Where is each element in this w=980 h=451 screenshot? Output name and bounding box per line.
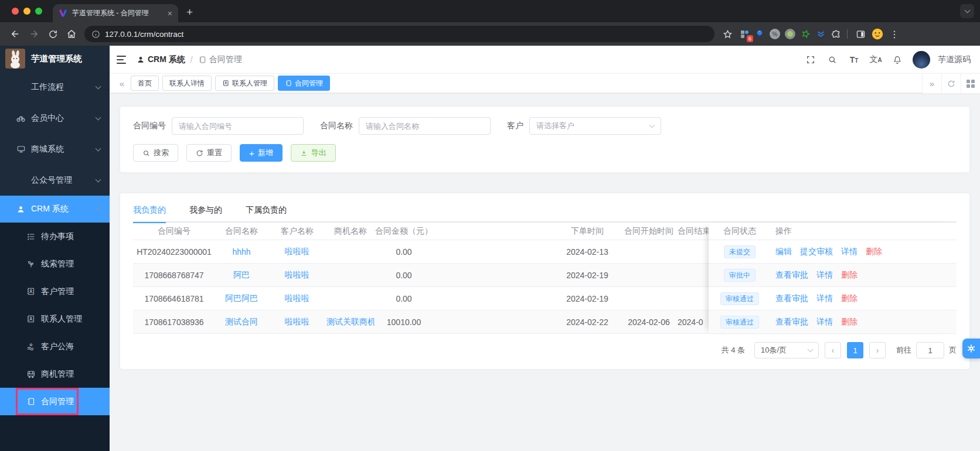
sidebar-item-mall[interactable]: 商城系统 <box>0 134 110 165</box>
sidebar-item-workflow[interactable]: 工作流程 <box>0 71 110 102</box>
customer-name-link[interactable]: 啦啦啦 <box>285 293 309 303</box>
view-approval-link[interactable]: 查看审批 <box>775 293 808 304</box>
customer-name-link[interactable]: 啦啦啦 <box>285 270 309 279</box>
delete-link[interactable]: 删除 <box>841 270 858 281</box>
tag-contact-manage[interactable]: 联系人管理 <box>215 76 274 91</box>
search-icon <box>142 149 150 157</box>
customer-name-link[interactable]: 啦啦啦 <box>285 247 309 256</box>
goto-page-input[interactable] <box>916 342 944 358</box>
settings-gear-button[interactable] <box>962 339 980 358</box>
user-avatar[interactable] <box>913 51 930 69</box>
extension-balloon-icon[interactable] <box>752 26 767 42</box>
fixed-row: 审核通过 查看审批 详情 删除 <box>709 310 957 334</box>
tag-home[interactable]: 首页 <box>131 76 159 91</box>
sidebar-item-member-center[interactable]: 会员中心 <box>0 102 110 134</box>
address-bar[interactable]: 127.0.0.1/crm/contract <box>84 26 714 42</box>
view-approval-link[interactable]: 查看审批 <box>775 317 808 327</box>
contract-no-input[interactable] <box>179 122 297 131</box>
detail-link[interactable]: 详情 <box>816 270 833 281</box>
browser-tab[interactable]: 芋道管理系统 - 合同管理 × <box>53 4 178 22</box>
contract-name-link[interactable]: 阿巴 <box>233 270 250 279</box>
cell-status: 审核通过 <box>709 292 771 305</box>
view-approval-link[interactable]: 查看审批 <box>775 270 808 281</box>
sidebar-item-contacts[interactable]: 联系人管理 <box>0 305 110 333</box>
reload-button[interactable] <box>43 25 62 43</box>
submit-review-link[interactable]: 提交审核 <box>800 247 833 257</box>
language-icon[interactable]: 文A <box>867 51 884 69</box>
tab-close-icon[interactable]: × <box>168 9 172 18</box>
search-icon[interactable] <box>824 51 841 69</box>
delete-link[interactable]: 删除 <box>866 247 882 257</box>
extension-green-dot-icon[interactable] <box>782 26 798 42</box>
notification-bell-icon[interactable] <box>889 51 906 69</box>
contract-name-link[interactable]: hhhh <box>232 247 250 257</box>
home-button[interactable] <box>62 25 81 43</box>
tab-search-chevron-button[interactable] <box>960 4 974 18</box>
forward-button[interactable] <box>25 25 43 43</box>
contract-name-link[interactable]: 测试合同 <box>225 317 258 326</box>
sidebar-toggle-icon[interactable] <box>115 54 127 65</box>
back-button[interactable] <box>6 25 25 43</box>
fullscreen-icon[interactable] <box>802 51 819 69</box>
detail-link[interactable]: 详情 <box>841 247 858 257</box>
bookmark-star-icon[interactable] <box>718 25 737 43</box>
sidebar-item-opportunities[interactable]: 商机管理 <box>0 360 110 388</box>
window-close-button[interactable] <box>12 8 19 15</box>
extension-double-chevron-icon[interactable] <box>813 26 828 42</box>
detail-link[interactable]: 详情 <box>816 317 833 327</box>
breadcrumb-crm[interactable]: CRM 系统 <box>137 54 185 65</box>
tags-refresh-icon[interactable] <box>941 74 961 93</box>
add-button[interactable]: + 新增 <box>240 144 283 162</box>
sidebar-item-wechat-official[interactable]: 公众号管理 <box>0 165 110 196</box>
extensions-puzzle-icon[interactable] <box>828 26 843 42</box>
sidebar-item-crm[interactable]: CRM 系统 <box>0 196 110 223</box>
window-minimize-button[interactable] <box>23 8 30 15</box>
delete-link[interactable]: 删除 <box>841 317 858 327</box>
prev-page-button[interactable]: ‹ <box>825 342 841 358</box>
reset-button[interactable]: 重置 <box>186 144 232 162</box>
site-info-icon[interactable] <box>91 30 100 39</box>
delete-link[interactable]: 删除 <box>841 293 858 304</box>
new-tab-button[interactable]: + <box>186 6 193 19</box>
current-page-button[interactable]: 1 <box>847 342 863 358</box>
next-page-button[interactable]: › <box>869 342 886 358</box>
profile-avatar-icon[interactable] <box>870 26 885 42</box>
layout-grid-icon[interactable] <box>961 74 980 93</box>
extension-gray-icon[interactable]: % <box>767 26 782 42</box>
side-panel-icon[interactable] <box>851 25 870 43</box>
window-zoom-button[interactable] <box>35 8 42 15</box>
search-button[interactable]: 搜索 <box>133 144 178 162</box>
tab-my-responsible[interactable]: 我负责的 <box>133 199 166 222</box>
button-label: 新增 <box>258 148 273 158</box>
contract-name-input[interactable] <box>366 122 484 131</box>
sidebar-item-customer-pool[interactable]: 客户公海 <box>0 333 110 360</box>
sidebar-item-todo[interactable]: 待办事项 <box>0 223 110 250</box>
extension-tampermonkey-icon[interactable]: 6 <box>737 26 752 42</box>
status-badge: 审核通过 <box>720 316 759 329</box>
detail-link[interactable]: 详情 <box>816 293 833 304</box>
font-size-icon[interactable]: TT <box>845 51 863 69</box>
sidebar-item-leads[interactable]: 线索管理 <box>0 250 110 278</box>
customer-select[interactable]: 请选择客户 <box>529 117 661 135</box>
username[interactable]: 芋道源码 <box>938 54 971 65</box>
extension-green-star-icon[interactable] <box>798 26 813 42</box>
contract-name-link[interactable]: 阿巴阿巴 <box>225 293 258 303</box>
edit-link[interactable]: 编辑 <box>775 247 792 257</box>
sidebar-item-customers[interactable]: 客户管理 <box>0 278 110 305</box>
goto-label: 前往 <box>896 345 911 356</box>
tags-scroll-left-icon[interactable]: « <box>115 78 128 88</box>
browser-menu-icon[interactable]: ⋮ <box>885 25 904 43</box>
tag-contact-detail[interactable]: 联系人详情 <box>162 76 212 91</box>
page-size-select[interactable]: 10条/页 <box>754 342 819 358</box>
tag-contract-manage[interactable]: 合同管理 <box>278 76 330 91</box>
sidebar-item-label: 工作流程 <box>31 82 91 93</box>
tab-my-participated[interactable]: 我参与的 <box>189 199 222 222</box>
sidebar-logo[interactable]: 芋道管理系统 <box>0 46 110 71</box>
tags-scroll-right-icon[interactable]: » <box>922 74 941 93</box>
sidebar-item-label: 公众号管理 <box>31 175 91 186</box>
opportunity-link[interactable]: 测试关联商机 <box>326 317 375 326</box>
fixed-row: 审核通过 查看审批 详情 删除 <box>709 287 957 310</box>
customer-name-link[interactable]: 啦啦啦 <box>285 317 309 326</box>
tab-subordinate[interactable]: 下属负责的 <box>246 199 287 222</box>
export-button[interactable]: 导出 <box>291 144 336 162</box>
